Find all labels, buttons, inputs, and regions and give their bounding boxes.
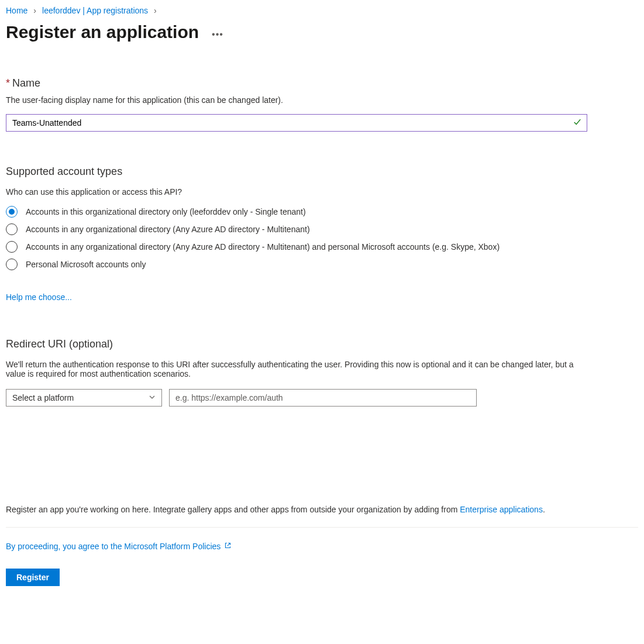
radio-label: Personal Microsoft accounts only bbox=[26, 260, 146, 269]
footer-text-prefix: Register an app you're working on here. … bbox=[6, 505, 460, 514]
breadcrumb-home[interactable]: Home bbox=[6, 6, 27, 15]
check-icon bbox=[573, 118, 581, 128]
name-help-text: The user-facing display name for this ap… bbox=[6, 95, 638, 105]
redirect-uri-description: We'll return the authentication response… bbox=[6, 360, 591, 378]
account-type-option[interactable]: Accounts in any organizational directory… bbox=[6, 241, 638, 253]
radio-icon bbox=[6, 223, 18, 235]
redirect-uri-field[interactable] bbox=[169, 389, 477, 407]
radio-label: Accounts in any organizational directory… bbox=[26, 225, 310, 234]
name-label: *Name bbox=[6, 77, 638, 89]
breadcrumb-path[interactable]: leeforddev | App registrations bbox=[42, 6, 148, 15]
footer-text: Register an app you're working on here. … bbox=[6, 505, 638, 514]
account-type-option[interactable]: Accounts in any organizational directory… bbox=[6, 223, 638, 235]
name-label-text: Name bbox=[12, 77, 40, 89]
radio-label: Accounts in any organizational directory… bbox=[26, 242, 500, 252]
account-type-option[interactable]: Accounts in this organizational director… bbox=[6, 206, 638, 218]
help-me-choose-link[interactable]: Help me choose... bbox=[6, 292, 72, 302]
enterprise-applications-link[interactable]: Enterprise applications bbox=[460, 505, 543, 514]
required-asterisk: * bbox=[6, 77, 10, 89]
footer-period: . bbox=[543, 505, 545, 514]
page-title: Register an application bbox=[6, 22, 199, 42]
redirect-uri-title: Redirect URI (optional) bbox=[6, 338, 638, 350]
account-types-subtext: Who can use this application or access t… bbox=[6, 187, 638, 197]
radio-icon bbox=[6, 206, 18, 218]
name-field[interactable] bbox=[6, 114, 587, 132]
radio-icon bbox=[6, 241, 18, 253]
chevron-right-icon: › bbox=[154, 6, 157, 15]
register-button[interactable]: Register bbox=[6, 569, 60, 586]
platform-select-value: Select a platform bbox=[12, 393, 74, 402]
radio-icon bbox=[6, 259, 18, 270]
breadcrumb: Home › leeforddev | App registrations › bbox=[6, 6, 638, 15]
chevron-down-icon bbox=[149, 393, 156, 402]
divider bbox=[6, 527, 638, 528]
more-icon[interactable]: ••• bbox=[212, 29, 223, 40]
account-type-option[interactable]: Personal Microsoft accounts only bbox=[6, 259, 638, 270]
radio-label: Accounts in this organizational director… bbox=[26, 207, 306, 216]
platform-select[interactable]: Select a platform bbox=[6, 389, 162, 407]
account-types-title: Supported account types bbox=[6, 166, 638, 178]
external-link-icon bbox=[224, 542, 232, 551]
chevron-right-icon: › bbox=[33, 6, 36, 15]
platform-policies-link[interactable]: By proceeding, you agree to the Microsof… bbox=[6, 542, 221, 551]
